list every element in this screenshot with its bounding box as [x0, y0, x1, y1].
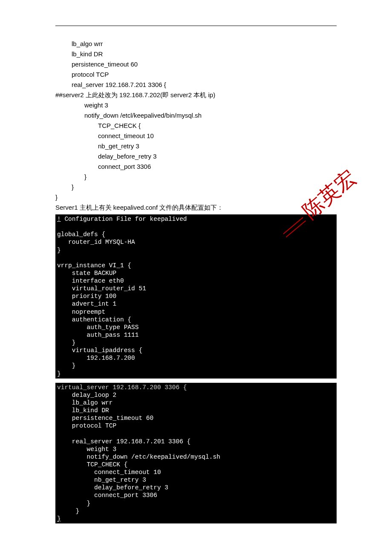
config-line: lb_algo wrr	[55, 39, 337, 49]
term-line: }	[57, 500, 90, 507]
term-line: persistence_timeout 60	[57, 415, 153, 422]
term-line: delay_before_retry 3	[57, 484, 168, 491]
term-line: auth_type PASS	[57, 324, 138, 331]
document-page: lb_algo wrr lb_kind DR persistence_timeo…	[0, 0, 392, 545]
term-line: virtual_server 192.168.7.200 3306 {	[57, 384, 187, 391]
term-line: vrrp_instance VI_1 {	[57, 262, 131, 269]
config-comment: ##server2 上此处改为 192.168.7.202(即 server2 …	[55, 90, 337, 100]
term-line: connect_timeout 10	[57, 469, 161, 476]
config-line: connect_port 3306	[55, 162, 337, 172]
term-line: lb_kind DR	[57, 407, 109, 414]
caption-text: Server1 主机上有关 keepalived.conf 文件的具体配置如下：	[55, 202, 337, 213]
term-line: }	[57, 515, 61, 522]
term-line: weight 3	[57, 446, 116, 453]
term-line: advert_int 1	[57, 301, 116, 307]
term-line: state BACKUP	[57, 270, 116, 277]
term-line: global_defs {	[57, 231, 105, 238]
term-line: nb_get_retry 3	[57, 477, 146, 483]
term-line: notify_down /etc/keepalived/mysql.sh	[57, 454, 220, 460]
terminal-block-1: ! Configuration File for keepalived glob…	[55, 214, 337, 379]
config-line: persistence_timeout 60	[55, 59, 337, 69]
term-line: router_id MYSQL-HA	[57, 239, 135, 246]
term-line: authentication {	[57, 316, 131, 323]
term-line	[61, 515, 324, 522]
config-line: weight 3	[55, 100, 337, 110]
term-line: !	[57, 216, 61, 223]
config-block: lb_algo wrr lb_kind DR persistence_timeo…	[55, 39, 337, 202]
term-line: priority 100	[57, 293, 116, 300]
term-line: virtual_router_id 51	[57, 285, 146, 292]
term-line: }	[57, 247, 61, 254]
term-line: Configuration File for keepalived	[61, 216, 187, 223]
terminal-block-2: virtual_server 192.168.7.200 3306 { dela…	[55, 383, 337, 523]
term-line: }	[57, 339, 76, 346]
term-line: }	[57, 362, 76, 369]
config-line: }	[55, 172, 337, 182]
term-line: auth_pass 1111	[57, 332, 138, 338]
term-line: TCP_CHECK {	[57, 461, 127, 468]
config-line: nb_get_retry 3	[55, 141, 337, 151]
config-line: delay_before_retry 3	[55, 151, 337, 162]
config-line: }	[55, 182, 337, 192]
term-line: }	[57, 370, 61, 377]
term-line: nopreempt	[57, 309, 105, 315]
term-line: 192.168.7.200	[57, 355, 135, 361]
config-line: protocol TCP	[55, 69, 337, 80]
term-line: real_server 192.168.7.201 3306 {	[57, 438, 190, 445]
term-line: protocol TCP	[57, 422, 116, 429]
term-line: delay_loop 2	[57, 392, 116, 399]
term-line: }	[57, 508, 79, 515]
config-line: notify_down /etcl/keepalived/bin/mysql.s…	[55, 110, 337, 121]
config-line: connect_timeout 10	[55, 131, 337, 141]
config-line: real_server 192.168.7.201 3306 {	[55, 80, 337, 90]
config-line: TCP_CHECK {	[55, 121, 337, 131]
config-line: }	[55, 192, 337, 202]
term-line: lb_algo wrr	[57, 399, 113, 406]
horizontal-rule	[55, 26, 337, 26]
term-line: virtual_ipaddress {	[57, 347, 142, 354]
term-line: connect_port 3306	[57, 492, 157, 499]
term-line: interface eth0	[57, 278, 124, 284]
config-line: lb_kind DR	[55, 49, 337, 59]
